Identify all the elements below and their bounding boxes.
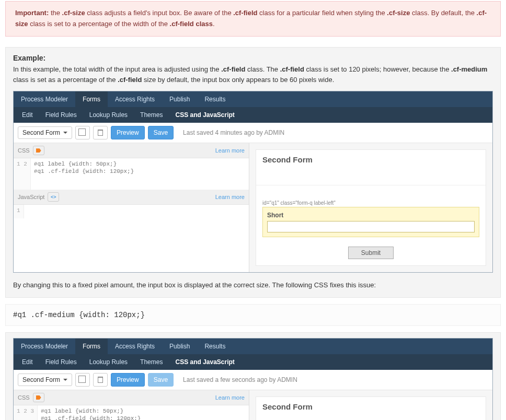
css-editor[interactable]: 1 2 #q1 label {width: 50px;} #q1 .cf-fie…	[14, 158, 249, 190]
tab-results[interactable]: Results	[197, 91, 233, 107]
tab-access-rights-2[interactable]: Access Rights	[108, 339, 162, 354]
preview-button-2[interactable]: Preview	[111, 373, 145, 387]
toolbar: Second Form Preview Save Last saved 4 mi…	[14, 123, 492, 143]
subtab-field-rules-2[interactable]: Field Rules	[39, 354, 83, 370]
copy-button[interactable]	[75, 126, 90, 139]
toolbar-2: Second Form Preview Save Last saved a fe…	[14, 370, 492, 390]
trash-icon	[98, 130, 103, 136]
trash-icon	[98, 377, 103, 383]
save-meta: Last saved 4 minutes ago by ADMIN	[183, 129, 284, 136]
js-section-header: JavaScript<> Learn more	[14, 190, 249, 205]
screenshot-2: Process Modeler Forms Access Rights Publ…	[13, 338, 493, 420]
copy-icon	[79, 130, 86, 136]
important-alert: Important: the .cf-size class adjusts a …	[5, 1, 501, 37]
form-select[interactable]: Second Form	[18, 126, 72, 139]
example-paragraph: In this example, the total width of the …	[13, 64, 493, 86]
js-editor[interactable]: 1	[14, 205, 249, 218]
subtab-themes-2[interactable]: Themes	[134, 354, 169, 370]
preview-pane-2: Second Form id="q1" class="form-q label-…	[249, 390, 492, 420]
css-label-2: CSS	[18, 394, 30, 401]
subtab-lookup-rules-2[interactable]: Lookup Rules	[83, 354, 134, 370]
save-meta-2: Last saved a few seconds ago by ADMIN	[183, 376, 297, 383]
css-editor-2[interactable]: 1 2 3 #q1 label {width: 50px;} #q1 .cf-f…	[14, 405, 249, 420]
subtab-edit[interactable]: Edit	[16, 107, 39, 123]
caret-down-icon	[63, 379, 67, 381]
tag-icon	[36, 148, 41, 153]
tab-process-modeler[interactable]: Process Modeler	[14, 91, 75, 107]
alert-lead: Important:	[15, 9, 49, 17]
field-highlight: Short	[262, 207, 479, 237]
tag-icon	[36, 395, 41, 400]
field-label: Short	[267, 212, 475, 219]
screenshot-1: Process Modeler Forms Access Rights Publ…	[13, 91, 493, 273]
tab-forms[interactable]: Forms	[75, 91, 108, 107]
tag-icon-button-2[interactable]	[33, 393, 44, 402]
tab-results-2[interactable]: Results	[197, 339, 233, 354]
preview-title: Second Form	[262, 155, 479, 164]
js-code	[24, 205, 30, 218]
delete-button[interactable]	[93, 126, 108, 139]
example-block-2: Process Modeler Forms Access Rights Publ…	[5, 332, 501, 420]
subtab-field-rules[interactable]: Field Rules	[39, 107, 83, 123]
subtab-css-js[interactable]: CSS and JavaScript	[169, 107, 240, 123]
subtab-themes[interactable]: Themes	[134, 107, 169, 123]
tab-process-modeler-2[interactable]: Process Modeler	[14, 339, 75, 354]
left-pane: CSS Learn more 1 2 #q1 label {width: 50p…	[14, 143, 249, 272]
preview-button[interactable]: Preview	[111, 126, 145, 139]
learn-more-js[interactable]: Learn more	[215, 194, 245, 200]
top-tabs-2: Process Modeler Forms Access Rights Publ…	[14, 339, 492, 354]
example-block: Example: In this example, the total widt…	[5, 47, 501, 298]
caret-down-icon	[63, 132, 67, 134]
subtab-css-js-2[interactable]: CSS and JavaScript	[169, 354, 240, 370]
css-gutter: 1 2	[14, 158, 31, 190]
copy-icon	[79, 377, 86, 383]
copy-button-2[interactable]	[75, 373, 90, 387]
tag-icon-button[interactable]	[33, 146, 44, 155]
js-gutter: 1	[14, 205, 24, 218]
tab-access-rights[interactable]: Access Rights	[108, 91, 162, 107]
tab-publish-2[interactable]: Publish	[162, 339, 197, 354]
code-icon-button[interactable]: <>	[48, 192, 59, 202]
css-code-2: #q1 label {width: 50px;} #q1 .cf-field {…	[38, 405, 147, 420]
preview-pane: Second Form id="q1" class="form-q label-…	[249, 143, 492, 272]
preview-title-2: Second Form	[262, 402, 479, 411]
css-code: #q1 label {width: 50px;} #q1 .cf-field {…	[31, 158, 137, 190]
delete-button-2[interactable]	[93, 373, 108, 387]
middle-paragraph: By changing this to a fixed pixel amount…	[13, 280, 493, 291]
tab-forms-2[interactable]: Forms	[75, 339, 108, 354]
example-heading: Example:	[13, 54, 493, 62]
form-select-2[interactable]: Second Form	[18, 374, 72, 386]
field-input[interactable]	[267, 221, 475, 232]
css-gutter-2: 1 2 3	[14, 405, 38, 420]
save-button[interactable]: Save	[148, 126, 174, 139]
code-icon: <>	[51, 194, 56, 200]
save-button-2[interactable]: Save	[148, 373, 174, 387]
sub-tabs-2: Edit Field Rules Lookup Rules Themes CSS…	[14, 354, 492, 370]
css-fix-code: #q1 .cf-medium {width: 120px;}	[5, 304, 501, 326]
js-label: JavaScript	[18, 194, 44, 200]
sub-tabs: Edit Field Rules Lookup Rules Themes CSS…	[14, 107, 492, 123]
class-label: id="q1" class="form-q label-left"	[262, 200, 479, 206]
learn-more-css[interactable]: Learn more	[215, 147, 245, 154]
left-pane-2: CSS Learn more 1 2 3 #q1 label {width: 5…	[14, 390, 249, 420]
top-tabs: Process Modeler Forms Access Rights Publ…	[14, 91, 492, 107]
css-section-header: CSS Learn more	[14, 143, 249, 158]
subtab-edit-2[interactable]: Edit	[16, 354, 39, 370]
css-label: CSS	[18, 147, 30, 154]
css-section-header-2: CSS Learn more	[14, 390, 249, 405]
submit-button[interactable]: Submit	[348, 247, 394, 259]
tab-publish[interactable]: Publish	[162, 91, 197, 107]
learn-more-css-2[interactable]: Learn more	[215, 394, 245, 401]
subtab-lookup-rules[interactable]: Lookup Rules	[83, 107, 134, 123]
